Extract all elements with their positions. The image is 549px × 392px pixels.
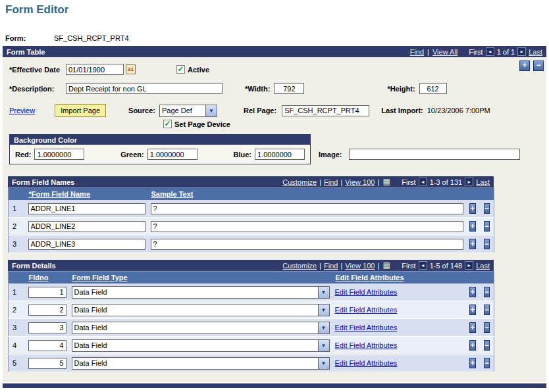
form-field-name-input[interactable]: [28, 203, 145, 214]
table-row: 3 Data Field▼ Edit Field Attributes + −: [9, 319, 494, 337]
set-page-device-checkbox[interactable]: ✓: [163, 120, 172, 128]
prev-arrow-button[interactable]: ◄: [419, 261, 427, 270]
add-row-button[interactable]: +: [469, 358, 475, 368]
calendar-icon[interactable]: 31: [126, 64, 136, 74]
form-field-type-value: Data Field: [72, 287, 318, 298]
table-row: 1 Data Field▼ Edit Field Attributes + −: [9, 283, 494, 301]
rel-page-input[interactable]: [282, 105, 369, 116]
form-id-label: Form:: [5, 34, 54, 42]
form-field-name-input[interactable]: [28, 239, 145, 250]
set-page-device-label: Set Page Device: [174, 120, 230, 128]
image-label: Image:: [319, 151, 346, 159]
view-all-link[interactable]: View All: [432, 48, 458, 56]
download-grid-icon[interactable]: ▦: [382, 261, 391, 270]
next-arrow-button[interactable]: ►: [465, 261, 473, 270]
form-details-titlebar: Form Details Customize | Find | View 100…: [8, 260, 494, 271]
dropdown-arrow-icon: ▼: [318, 287, 329, 298]
delete-row-button[interactable]: −: [533, 61, 544, 71]
height-input[interactable]: [419, 83, 447, 94]
red-input[interactable]: [34, 149, 84, 160]
add-row-button[interactable]: +: [469, 221, 475, 232]
delete-row-button[interactable]: −: [484, 305, 490, 315]
last-link[interactable]: Last: [529, 48, 542, 56]
edit-field-attributes-link[interactable]: Edit Field Attributes: [335, 324, 398, 331]
fldno-input[interactable]: [28, 322, 66, 333]
delete-row-button[interactable]: −: [484, 287, 490, 297]
delete-row-button[interactable]: −: [484, 239, 490, 249]
add-row-button[interactable]: +: [469, 287, 475, 297]
import-page-button[interactable]: Import Page: [55, 104, 106, 117]
find-link[interactable]: Find: [410, 48, 424, 56]
prev-arrow-button[interactable]: ◄: [486, 47, 494, 56]
source-dropdown[interactable]: Page Def ▼: [159, 105, 217, 117]
edit-field-attributes-link[interactable]: Edit Field Attributes: [335, 306, 398, 314]
delete-row-button[interactable]: −: [484, 322, 490, 333]
add-row-button[interactable]: +: [519, 61, 530, 71]
delete-row-button[interactable]: −: [484, 358, 490, 368]
form-field-type-sort-link[interactable]: Form Field Type: [72, 274, 128, 282]
form-field-type-dropdown[interactable]: Data Field▼: [72, 357, 330, 370]
image-input[interactable]: [349, 149, 520, 160]
edit-field-attributes-link[interactable]: Edit Field Attributes: [335, 288, 398, 296]
add-row-button[interactable]: +: [469, 322, 475, 333]
width-input[interactable]: [274, 83, 304, 94]
description-input[interactable]: [66, 83, 222, 94]
last-link[interactable]: Last: [476, 178, 490, 186]
sample-text-sort-link[interactable]: Sample Text: [151, 190, 194, 198]
sample-text-input[interactable]: [151, 239, 463, 250]
table-row: 3 + −: [9, 235, 494, 253]
form-field-type-dropdown[interactable]: Data Field▼: [72, 322, 330, 334]
row-number-header: [9, 188, 26, 201]
edit-field-attributes-link[interactable]: Edit Field Attributes: [335, 341, 398, 349]
column-header-row: Fldno Form Field Type Edit Field Attribu…: [9, 272, 494, 284]
form-field-name-input[interactable]: [28, 221, 145, 232]
form-field-type-value: Data Field: [72, 305, 318, 316]
form-details-table: Fldno Form Field Type Edit Field Attribu…: [8, 271, 494, 372]
form-field-type-dropdown[interactable]: Data Field▼: [72, 304, 330, 316]
first-label: First: [402, 262, 415, 270]
active-checkbox[interactable]: ✓: [176, 65, 185, 74]
red-label: Red:: [15, 151, 31, 159]
form-field-name-sort-link[interactable]: *Form Field Name: [29, 190, 91, 198]
last-link[interactable]: Last: [476, 262, 490, 270]
add-row-button[interactable]: +: [469, 239, 475, 249]
effective-date-row: *Effective Date 31 ✓ Active: [9, 64, 209, 75]
next-arrow-button[interactable]: ►: [517, 47, 526, 56]
add-row-button[interactable]: +: [469, 203, 475, 214]
add-row-button[interactable]: +: [469, 340, 475, 351]
fldno-input[interactable]: [28, 305, 66, 316]
fldno-input[interactable]: [28, 287, 66, 298]
next-arrow-button[interactable]: ►: [465, 178, 473, 186]
add-row-button[interactable]: +: [469, 305, 475, 315]
green-input[interactable]: [147, 149, 197, 160]
download-grid-icon[interactable]: ▦: [382, 178, 391, 186]
fldno-input[interactable]: [28, 340, 66, 351]
find-link[interactable]: Find: [324, 178, 338, 186]
active-label: Active: [188, 66, 209, 74]
sample-text-input[interactable]: [151, 203, 463, 214]
prev-arrow-button[interactable]: ◄: [419, 178, 427, 186]
fldno-input[interactable]: [28, 358, 66, 369]
row-number: 2: [9, 218, 26, 235]
edit-field-attributes-header-link[interactable]: Edit Field Attributes: [336, 274, 404, 282]
effective-date-input[interactable]: [66, 64, 124, 75]
find-link[interactable]: Find: [324, 262, 338, 270]
preview-link[interactable]: Preview: [9, 107, 35, 114]
delete-row-button[interactable]: −: [484, 221, 490, 232]
customize-link[interactable]: Customize: [282, 178, 317, 186]
blue-input[interactable]: [255, 149, 305, 160]
view-100-link[interactable]: View 100: [345, 178, 375, 186]
view-100-link[interactable]: View 100: [345, 262, 375, 270]
delete-row-button[interactable]: −: [484, 203, 490, 214]
form-field-names-titlebar: Form Field Names Customize | Find | View…: [8, 176, 494, 187]
form-field-type-dropdown[interactable]: Data Field▼: [72, 339, 330, 352]
fldno-sort-link[interactable]: Fldno: [29, 274, 49, 282]
delete-row-button[interactable]: −: [484, 340, 490, 351]
sample-text-input[interactable]: [151, 221, 463, 232]
edit-field-attributes-link[interactable]: Edit Field Attributes: [335, 359, 398, 367]
form-field-type-dropdown[interactable]: Data Field▼: [72, 286, 330, 299]
customize-link[interactable]: Customize: [282, 262, 317, 270]
last-import-label: Last Import:: [381, 107, 423, 114]
separator: |: [377, 178, 379, 186]
separator: |: [319, 262, 321, 270]
